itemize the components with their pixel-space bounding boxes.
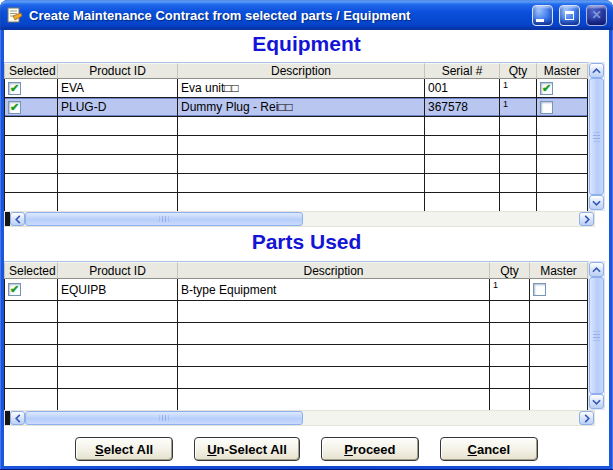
empty-cell — [537, 155, 588, 174]
empty-cell — [500, 174, 537, 193]
scroll-up-button[interactable] — [589, 63, 604, 78]
master-checkbox[interactable] — [540, 82, 553, 95]
table-row-empty[interactable] — [4, 117, 588, 136]
empty-cell — [530, 345, 588, 367]
close-button[interactable]: ✕ — [586, 5, 607, 26]
table-row-empty[interactable] — [4, 367, 588, 389]
column-header-product-id: Product ID — [58, 262, 178, 279]
thumb-grip — [160, 415, 169, 421]
minimize-icon — [536, 19, 544, 22]
table-row-selected[interactable]: PLUG-D Dummy Plug - Rei□□ 367578 1 — [4, 98, 588, 117]
table-row-empty[interactable] — [4, 345, 588, 367]
table-row-empty[interactable] — [4, 323, 588, 345]
scroll-down-button[interactable] — [589, 195, 604, 210]
un-select-all-button[interactable]: Un-Select All — [194, 437, 300, 461]
empty-cell — [490, 323, 530, 345]
product-id-cell: EQUIPB — [58, 279, 178, 301]
qty-cell: 1 — [500, 98, 537, 117]
empty-cell — [530, 301, 588, 323]
empty-cell — [178, 323, 490, 345]
empty-cell — [537, 136, 588, 155]
chevron-down-icon — [592, 399, 601, 405]
empty-cell — [490, 389, 530, 411]
minimize-button[interactable] — [532, 5, 553, 26]
empty-cell — [425, 174, 500, 193]
empty-cell — [178, 136, 425, 155]
product-id-cell: EVA — [58, 79, 178, 98]
scrollbar-thumb[interactable] — [589, 277, 604, 394]
master-checkbox[interactable] — [533, 283, 546, 296]
product-id-cell: PLUG-D — [58, 98, 178, 117]
scrollbar-track[interactable] — [25, 411, 579, 425]
empty-cell — [58, 174, 178, 193]
empty-cell — [500, 117, 537, 136]
table-row-empty[interactable] — [4, 136, 588, 155]
qty-cell: 1 — [490, 279, 530, 301]
scroll-left-button[interactable] — [10, 411, 25, 425]
selected-checkbox[interactable] — [8, 101, 21, 114]
table-row-empty[interactable] — [4, 301, 588, 323]
empty-cell — [4, 367, 58, 389]
table-row[interactable]: EVA Eva unit□□ 001 1 — [4, 79, 588, 98]
parts-vertical-scrollbar[interactable] — [588, 261, 605, 410]
empty-cell — [58, 136, 178, 155]
scroll-left-button[interactable] — [10, 212, 25, 226]
maximize-button[interactable] — [559, 5, 580, 26]
scrollbar-thumb[interactable] — [589, 78, 604, 195]
cancel-button[interactable]: Cancel — [440, 437, 538, 461]
equipment-section-heading: Equipment — [4, 32, 609, 56]
chevron-up-icon — [592, 68, 601, 74]
empty-cell — [500, 193, 537, 212]
proceed-button[interactable]: Proceed — [321, 437, 419, 461]
qty-cell: 1 — [500, 79, 537, 98]
empty-cell — [530, 367, 588, 389]
chevron-down-icon — [592, 200, 601, 206]
empty-cell — [178, 367, 490, 389]
description-cell: Dummy Plug - Rei□□ — [178, 98, 425, 117]
empty-cell — [537, 193, 588, 212]
scroll-right-button[interactable] — [579, 212, 594, 226]
title-bar[interactable]: Create Maintenance Contract from selecte… — [0, 0, 613, 30]
empty-cell — [4, 345, 58, 367]
table-row[interactable]: EQUIPB B-type Equipment 1 — [4, 279, 588, 301]
scrollbar-thumb[interactable] — [25, 212, 303, 226]
empty-cell — [178, 174, 425, 193]
equipment-vertical-scrollbar[interactable] — [588, 62, 605, 211]
master-cell — [537, 79, 588, 98]
maximize-icon — [565, 11, 574, 20]
empty-cell — [4, 301, 58, 323]
table-row-empty[interactable] — [4, 174, 588, 193]
parts-horizontal-scrollbar[interactable] — [4, 410, 595, 426]
empty-cell — [58, 323, 178, 345]
chevron-up-icon — [592, 267, 601, 273]
empty-cell — [178, 155, 425, 174]
empty-cell — [530, 389, 588, 411]
close-icon: ✕ — [591, 9, 601, 21]
column-header-serial: Serial # — [425, 63, 500, 79]
empty-cell — [425, 193, 500, 212]
scroll-up-button[interactable] — [589, 262, 604, 277]
empty-cell — [4, 193, 58, 212]
master-checkbox[interactable] — [540, 101, 553, 114]
table-row-empty[interactable] — [4, 155, 588, 174]
action-button-bar: Select All Un-Select All Proceed Cancel — [4, 437, 609, 461]
equipment-table: Selected Product ID Description Serial #… — [4, 62, 605, 227]
empty-cell — [4, 323, 58, 345]
column-header-selected: Selected — [4, 63, 58, 79]
scroll-right-button[interactable] — [579, 411, 594, 425]
table-row-empty[interactable] — [4, 193, 588, 212]
empty-cell — [4, 155, 58, 174]
selected-checkbox[interactable] — [8, 283, 21, 296]
parts-header-row: Selected Product ID Description Qty Mast… — [4, 262, 588, 279]
scrollbar-thumb[interactable] — [25, 411, 303, 425]
table-row-empty[interactable] — [4, 389, 588, 411]
empty-cell — [58, 193, 178, 212]
selected-checkbox[interactable] — [8, 82, 21, 95]
select-all-button[interactable]: Select All — [75, 437, 173, 461]
equipment-horizontal-scrollbar[interactable] — [4, 211, 595, 227]
scrollbar-track[interactable] — [25, 212, 579, 226]
empty-cell — [58, 301, 178, 323]
scroll-down-button[interactable] — [589, 394, 604, 409]
empty-cell — [58, 345, 178, 367]
empty-cell — [178, 193, 425, 212]
